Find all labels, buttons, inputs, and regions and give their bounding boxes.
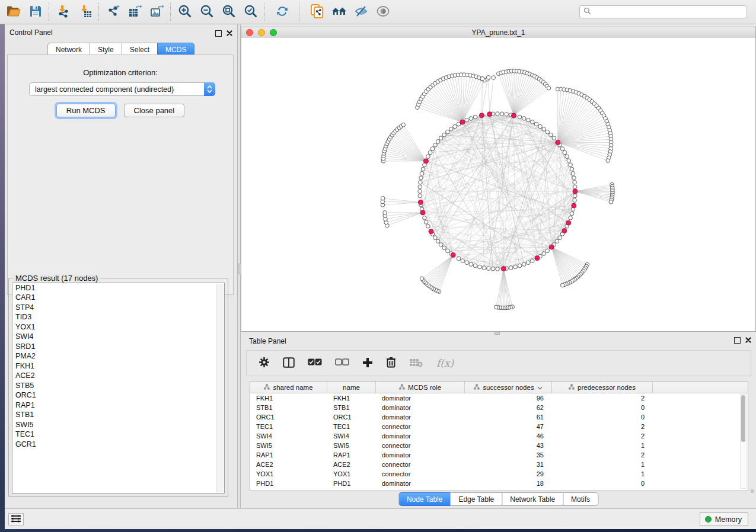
export-table-button[interactable] [124,1,146,23]
network-node[interactable] [442,246,446,250]
column-header[interactable]: successor nodes [465,382,552,393]
maximize-window-icon[interactable] [270,29,277,36]
scrollbar-thumb[interactable] [741,395,745,442]
network-node[interactable] [418,185,422,189]
table-cell[interactable]: 43 [465,442,552,449]
zoom-selected-button[interactable] [240,1,261,23]
mcds-result-list[interactable]: PHD1CAR1STP4TID3YOX1SWI4SRD1PMA2FKH1ACE2… [12,283,225,493]
table-cell[interactable]: 31 [465,461,552,468]
tab-network-table[interactable]: Network Table [502,492,563,506]
refresh-button[interactable] [271,1,293,23]
network-node[interactable] [569,216,573,220]
zoom-fit-button[interactable] [218,1,240,23]
network-node[interactable] [436,139,440,143]
table-cell[interactable]: 35 [465,451,552,459]
network-node[interactable] [527,118,531,122]
network-node[interactable] [569,163,573,167]
network-node[interactable] [477,265,481,269]
network-node[interactable] [555,239,559,243]
mcds-hub-node[interactable] [501,267,506,271]
network-node[interactable] [473,115,477,119]
mcds-result-item[interactable]: CAR1 [12,293,224,303]
network-node[interactable] [433,236,438,240]
network-node[interactable] [542,127,546,132]
table-cell[interactable]: SWI4 [250,432,327,440]
delete-column-button[interactable] [386,357,396,370]
mcds-hub-node[interactable] [420,210,425,215]
network-node[interactable] [492,76,496,80]
network-node[interactable] [570,167,574,171]
table-cell[interactable]: 96 [465,395,552,402]
hide-selected-button[interactable] [350,1,372,23]
table-cell[interactable]: SWI4 [327,432,376,440]
deselect-all-button[interactable] [335,358,349,368]
float-panel-icon[interactable] [215,30,222,37]
mcds-list-scrollbar[interactable] [216,284,224,492]
mcds-hub-node[interactable] [573,189,578,194]
close-panel-icon[interactable] [227,28,232,39]
table-row[interactable]: YOX1YOX1connector291 [250,469,748,479]
mcds-result-item[interactable]: SRD1 [12,342,224,352]
table-cell[interactable]: 2 [552,423,653,430]
network-node[interactable] [486,267,490,271]
table-cell[interactable]: 1 [552,470,653,477]
network-node[interactable] [572,176,576,180]
table-cell[interactable]: 29 [465,470,552,477]
network-node[interactable] [480,76,484,81]
network-node[interactable] [496,112,500,116]
network-node[interactable] [421,167,425,171]
select-all-button[interactable] [308,358,322,368]
table-cell[interactable]: connector [376,461,465,468]
network-node[interactable] [383,211,387,215]
network-node[interactable] [530,120,534,124]
table-cell[interactable]: dominator [376,432,465,440]
task-history-button[interactable] [8,513,24,525]
column-header[interactable]: predecessor nodes [552,382,653,393]
table-scrollbar[interactable] [740,394,747,489]
table-cell[interactable]: 2 [552,432,653,440]
mcds-result-item[interactable]: SWI4 [12,332,224,342]
network-node[interactable] [573,185,577,189]
network-node[interactable] [509,266,513,270]
network-node[interactable] [530,259,534,263]
table-cell[interactable]: FKH1 [250,395,327,402]
network-node[interactable] [563,150,567,155]
network-node[interactable] [518,264,522,268]
table-row[interactable]: RAP1RAP1dominator352 [250,450,748,460]
table-cell[interactable]: 1 [552,461,653,468]
mcds-result-item[interactable]: ACE2 [12,371,224,382]
table-cell[interactable]: TEC1 [327,423,376,430]
table-cell[interactable]: YOX1 [250,470,327,477]
network-node[interactable] [428,150,432,155]
table-cell[interactable]: ORC1 [327,414,376,421]
mcds-result-item[interactable]: STP4 [12,303,224,313]
network-node[interactable] [542,252,546,256]
table-cell[interactable]: connector [376,423,465,430]
mcds-result-item[interactable]: RAP1 [12,400,224,411]
export-network-button[interactable] [102,1,124,23]
table-cell[interactable]: 47 [465,423,552,430]
table-row[interactable]: TEC1TEC1connector472 [250,422,748,431]
float-panel-icon[interactable] [734,337,741,344]
mcds-result-item[interactable]: PHD1 [12,283,224,293]
network-node[interactable] [445,249,449,253]
network-node[interactable] [573,180,577,184]
mcds-hub-node[interactable] [479,113,484,118]
import-network-button[interactable] [52,1,74,23]
network-node[interactable] [426,155,430,159]
mcds-hub-node[interactable] [487,112,492,117]
network-node[interactable] [522,262,527,267]
zoom-out-button[interactable] [196,1,218,23]
function-builder-button[interactable]: f(x) [436,357,454,369]
table-cell[interactable]: FKH1 [327,395,376,402]
network-node[interactable] [473,264,477,268]
table-cell[interactable]: 1 [552,442,653,449]
network-node[interactable] [482,266,486,270]
network-node[interactable] [442,133,446,137]
table-cell[interactable]: connector [376,442,465,449]
table-cell[interactable]: STB1 [250,404,327,411]
network-node[interactable] [513,265,518,269]
network-node[interactable] [546,130,550,134]
network-node[interactable] [433,143,438,147]
close-window-icon[interactable] [246,29,253,36]
